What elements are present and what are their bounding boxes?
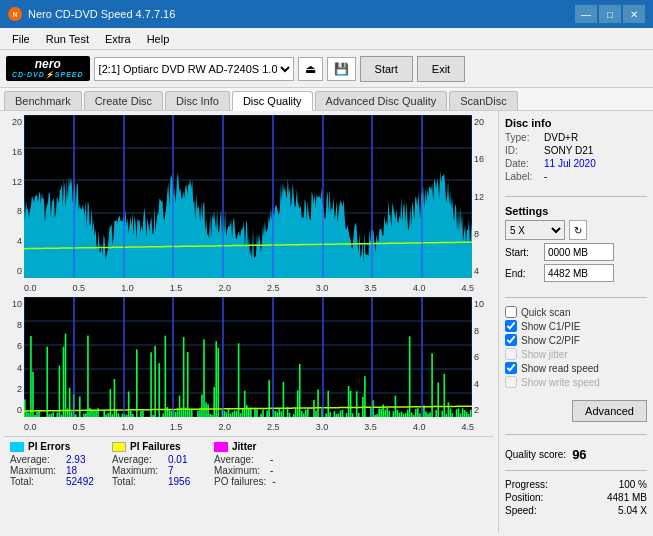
main-content: 20 16 12 8 4 0 20 16 12 8 4 0.00.51.01.5… — [0, 111, 653, 533]
tab-advanced-disc-quality[interactable]: Advanced Disc Quality — [315, 91, 448, 110]
upper-x-axis: 0.00.51.01.52.02.53.03.54.04.5 — [4, 282, 494, 293]
disc-id-row: ID: SONY D21 — [505, 145, 647, 156]
toolbar: nero CD·DVD⚡SPEED [2:1] Optiarc DVD RW A… — [0, 50, 653, 88]
end-input[interactable] — [544, 264, 614, 282]
pi-failures-legend: PI Failures Average: 0.01 Maximum: 7 Tot… — [112, 441, 198, 487]
disc-date-row: Date: 11 Jul 2020 — [505, 158, 647, 169]
chart-area: 20 16 12 8 4 0 20 16 12 8 4 0.00.51.01.5… — [0, 111, 498, 533]
show-read-speed-label: Show read speed — [521, 363, 599, 374]
lower-y-axis-left: 10 8 6 4 2 0 — [4, 297, 24, 417]
speed-select[interactable]: 5 X 1 X 2 X 4 X 8 X Max — [505, 220, 565, 240]
right-panel: Disc info Type: DVD+R ID: SONY D21 Date:… — [498, 111, 653, 533]
quick-scan-label: Quick scan — [521, 307, 570, 318]
lower-y-axis-right: 10 8 6 4 2 — [472, 297, 494, 417]
tab-disc-info[interactable]: Disc Info — [165, 91, 230, 110]
menu-extra[interactable]: Extra — [97, 31, 139, 47]
close-button[interactable]: ✕ — [623, 5, 645, 23]
upper-chart-wrapper: 20 16 12 8 4 0 20 16 12 8 4 — [4, 115, 494, 278]
show-read-speed-checkbox[interactable] — [505, 362, 517, 374]
disc-info-title: Disc info — [505, 117, 647, 129]
disc-type-row: Type: DVD+R — [505, 132, 647, 143]
pi-failures-title: PI Failures — [130, 441, 181, 452]
menu-run-test[interactable]: Run Test — [38, 31, 97, 47]
upper-y-axis-left: 20 16 12 8 4 0 — [4, 115, 24, 278]
show-read-speed-row: Show read speed — [505, 362, 647, 374]
nero-logo: nero CD·DVD⚡SPEED — [6, 56, 90, 81]
upper-chart-canvas — [24, 115, 472, 278]
quick-scan-checkbox[interactable] — [505, 306, 517, 318]
checkboxes-section: Quick scan Show C1/PIE Show C2/PIF Show … — [505, 306, 647, 390]
pi-errors-title: PI Errors — [28, 441, 70, 452]
tab-disc-quality[interactable]: Disc Quality — [232, 91, 313, 111]
menu-help[interactable]: Help — [139, 31, 178, 47]
save-button[interactable]: 💾 — [327, 57, 356, 81]
menu-file[interactable]: File — [4, 31, 38, 47]
maximize-button[interactable]: □ — [599, 5, 621, 23]
show-c1pie-label: Show C1/PIE — [521, 321, 580, 332]
speed-row: 5 X 1 X 2 X 4 X 8 X Max ↻ — [505, 220, 647, 240]
start-button[interactable]: Start — [360, 56, 413, 82]
jitter-legend: Jitter Average: - Maximum: - PO failures… — [214, 441, 302, 487]
show-jitter-label: Show jitter — [521, 349, 568, 360]
advanced-button[interactable]: Advanced — [572, 400, 647, 422]
bottom-legend: PI Errors Average: 2.93 Maximum: 18 Tota… — [4, 436, 494, 491]
lower-x-axis: 0.00.51.01.52.02.53.03.54.04.5 — [4, 421, 494, 432]
jitter-title: Jitter — [232, 441, 256, 452]
end-row: End: — [505, 264, 647, 282]
quality-row: Quality score: 96 — [505, 447, 647, 462]
refresh-button[interactable]: ↻ — [569, 220, 587, 240]
show-jitter-row: Show jitter — [505, 348, 647, 360]
show-write-speed-checkbox — [505, 376, 517, 388]
menu-bar: File Run Test Extra Help — [0, 28, 653, 50]
app-icon: N — [8, 7, 22, 21]
progress-section: Progress: 100 % Position: 4481 MB Speed:… — [505, 479, 647, 518]
show-c1pie-checkbox[interactable] — [505, 320, 517, 332]
minimize-button[interactable]: — — [575, 5, 597, 23]
start-row: Start: — [505, 243, 647, 261]
lower-chart-wrapper: 10 8 6 4 2 0 10 8 6 4 2 — [4, 297, 494, 417]
show-c2pif-checkbox[interactable] — [505, 334, 517, 346]
disc-label-row: Label: - — [505, 171, 647, 182]
start-input[interactable] — [544, 243, 614, 261]
disc-info-section: Disc info Type: DVD+R ID: SONY D21 Date:… — [505, 117, 647, 184]
tab-scandisc[interactable]: ScanDisc — [449, 91, 517, 110]
drive-select[interactable]: [2:1] Optiarc DVD RW AD-7240S 1.04 — [94, 57, 294, 81]
title-bar: N Nero CD-DVD Speed 4.7.7.16 — □ ✕ — [0, 0, 653, 28]
pi-errors-color — [10, 442, 24, 452]
quick-scan-row: Quick scan — [505, 306, 647, 318]
tab-create-disc[interactable]: Create Disc — [84, 91, 163, 110]
show-write-speed-row: Show write speed — [505, 376, 647, 388]
exit-button[interactable]: Exit — [417, 56, 465, 82]
lower-chart-canvas — [24, 297, 472, 417]
show-write-speed-label: Show write speed — [521, 377, 600, 388]
title-text: Nero CD-DVD Speed 4.7.7.16 — [28, 8, 175, 20]
settings-section: Settings 5 X 1 X 2 X 4 X 8 X Max ↻ Start… — [505, 205, 647, 285]
pi-failures-color — [112, 442, 126, 452]
show-c1pie-row: Show C1/PIE — [505, 320, 647, 332]
tabs: Benchmark Create Disc Disc Info Disc Qua… — [0, 88, 653, 111]
jitter-color — [214, 442, 228, 452]
pi-errors-legend: PI Errors Average: 2.93 Maximum: 18 Tota… — [10, 441, 96, 487]
show-jitter-checkbox — [505, 348, 517, 360]
eject-button[interactable]: ⏏ — [298, 57, 323, 81]
tab-benchmark[interactable]: Benchmark — [4, 91, 82, 110]
settings-title: Settings — [505, 205, 647, 217]
show-c2pif-row: Show C2/PIF — [505, 334, 647, 346]
show-c2pif-label: Show C2/PIF — [521, 335, 580, 346]
upper-y-axis-right: 20 16 12 8 4 — [472, 115, 494, 278]
